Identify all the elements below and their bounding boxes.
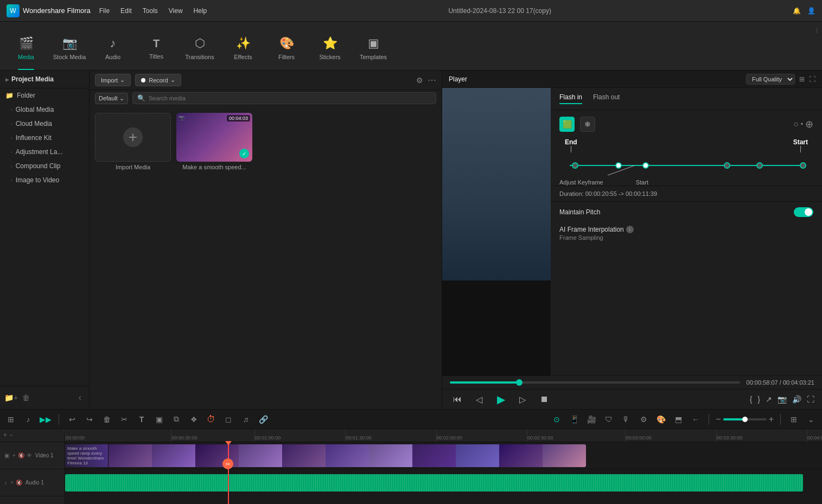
sidebar-item-global-media[interactable]: › Global Media (0, 103, 89, 117)
collapse-panel-icon[interactable]: ‹ (75, 391, 85, 405)
tab-flash-in[interactable]: Flash in (559, 93, 582, 104)
progress-track[interactable] (450, 381, 740, 384)
mute-video-icon[interactable]: 🔇 (18, 452, 24, 458)
skip-back-button[interactable]: ⏮ (450, 392, 465, 407)
copy-tool[interactable]: ⧉ (170, 413, 183, 426)
search-input-wrap[interactable]: 🔍 (132, 92, 436, 104)
ai-color-icon[interactable]: 🎨 (654, 413, 667, 426)
cut-button[interactable]: ✂ (118, 413, 131, 426)
timeline-ruler[interactable]: 00:00:00 00:00:30:00 00:01:00:00 00:01:3… (65, 429, 822, 442)
audio-clip[interactable] (65, 474, 803, 492)
add-track-icon[interactable]: + (3, 431, 7, 439)
export-icon[interactable]: ↗ (766, 395, 772, 404)
frame-fwd-button[interactable]: ▷ (515, 392, 530, 407)
menu-help[interactable]: Help (194, 7, 207, 15)
sidebar-item-adjustment-layer[interactable]: › Adjustment La... (0, 145, 89, 159)
remove-track-icon[interactable]: − (9, 431, 13, 439)
toolbar-transitions[interactable]: ⬡ Transitions (178, 27, 221, 70)
audio-icon[interactable]: 🔊 (792, 395, 801, 404)
speed-mode-btn-1[interactable]: 🟩 (559, 117, 575, 132)
folder-item[interactable]: 📁 Folder (0, 88, 89, 103)
zoom-out-button[interactable]: − (716, 414, 721, 424)
speed-ramp-tool[interactable]: ⏱ (205, 413, 218, 426)
zoom-track[interactable] (723, 418, 767, 420)
mark-out-icon[interactable]: } (757, 395, 760, 404)
expand-icon[interactable]: ⛶ (809, 75, 815, 83)
maintain-pitch-toggle[interactable] (794, 207, 813, 217)
crop-tool[interactable]: ▣ (152, 413, 165, 426)
record-button[interactable]: Record ⌄ (135, 74, 181, 86)
arrow-left-icon[interactable]: ← (689, 413, 702, 426)
toolbar-effects[interactable]: ✨ Effects (221, 27, 265, 70)
equalizer-icon[interactable]: ⚙ (637, 413, 650, 426)
webcam-icon[interactable]: 🎥 (585, 413, 598, 426)
grid-view-icon[interactable]: ⊞ (787, 413, 800, 426)
layout-icon[interactable]: ⊞ (799, 75, 805, 83)
menu-file[interactable]: File (99, 7, 110, 15)
speed-mode-btn-2[interactable]: ❄ (580, 117, 595, 132)
add-folder-icon[interactable]: 📁+ (4, 393, 18, 402)
toolbar-audio[interactable]: ♪ Audio (91, 27, 135, 70)
delete-folder-icon[interactable]: 🗑 (22, 393, 30, 402)
notification-icon[interactable]: 🔔 (793, 7, 801, 15)
toolbar-media[interactable]: 🎬 Media (4, 27, 48, 70)
toolbar-templates[interactable]: ▣ Templates (352, 27, 395, 70)
default-dropdown[interactable]: Default ⌄ (95, 93, 128, 104)
shield-icon[interactable]: 🛡 (602, 413, 615, 426)
menu-view[interactable]: View (169, 7, 183, 15)
mic-icon[interactable]: 🎙 (620, 413, 633, 426)
sidebar-item-image-to-video[interactable]: › Image to Video (0, 173, 89, 187)
menu-edit[interactable]: Edit (120, 7, 132, 15)
expand-timeline-icon[interactable]: ⌄ (805, 413, 818, 426)
search-input[interactable] (149, 95, 431, 101)
snapshot-icon[interactable]: 📷 (778, 395, 787, 404)
plus-end-icon[interactable]: ⊕ (805, 118, 813, 130)
redo-button[interactable]: ↪ (83, 413, 96, 426)
stop-button[interactable]: ⏹ (537, 392, 552, 407)
zoom-in-button[interactable]: + (769, 414, 774, 424)
undo-button[interactable]: ↩ (66, 413, 79, 426)
mark-in-icon[interactable]: { (750, 395, 753, 404)
add-audio-icon[interactable]: + (10, 480, 14, 486)
import-media-card[interactable]: + Import Media (95, 113, 171, 170)
caption-icon[interactable]: ⬒ (672, 413, 685, 426)
toolbar-stickers[interactable]: ⭐ Stickers (308, 27, 352, 70)
quality-select[interactable]: Full Quality (746, 74, 795, 85)
video-media-card[interactable]: 📷 00:04:03 ✓ Make a smooth speed... (176, 113, 252, 170)
sidebar-item-compound-clip[interactable]: › Compound Clip (0, 159, 89, 173)
text-tool[interactable]: T (135, 413, 148, 426)
screen-record-icon[interactable]: 📱 (568, 413, 581, 426)
pip-icon[interactable]: ⛶ (807, 395, 814, 404)
add-video-icon[interactable]: + (12, 452, 16, 458)
tab-flash-out[interactable]: Flash out (593, 93, 620, 104)
group-tool[interactable]: ❖ (187, 413, 200, 426)
zoom-thumb[interactable] (742, 417, 748, 422)
account-icon[interactable]: 👤 (807, 7, 815, 15)
frame-back-button[interactable]: ◁ (471, 392, 487, 407)
audio-sync-tool[interactable]: ♬ (239, 413, 252, 426)
sidebar-item-cloud-media[interactable]: › Cloud Media (0, 117, 89, 131)
tl-scenes-icon[interactable]: ⊞ (4, 413, 17, 426)
more-options-icon[interactable]: ⋯ (428, 75, 436, 85)
tl-speed-icon[interactable]: ▶▶ (39, 413, 52, 426)
eye-icon[interactable]: 👁 (27, 452, 32, 458)
video-clip[interactable]: Make a smooth speed ramp every time! Won… (65, 444, 586, 467)
filter-icon[interactable]: ⚙ (416, 76, 423, 85)
import-button[interactable]: Import ⌄ (95, 74, 131, 86)
add-media-icon[interactable]: + (123, 127, 143, 147)
toolbar-stock-media[interactable]: 📷 Stock Media (48, 27, 91, 70)
mute-audio-icon[interactable]: 🔇 (16, 480, 22, 486)
minus-icon[interactable]: ○ (793, 119, 799, 129)
clip-tool[interactable]: ◻ (222, 413, 235, 426)
link-tool[interactable]: 🔗 (257, 413, 270, 426)
progress-thumb[interactable] (516, 379, 522, 386)
tl-audio-icon[interactable]: ♪ (22, 413, 35, 426)
keyframe-dot-1[interactable] (616, 163, 621, 168)
toolbar-filters[interactable]: 🎨 Filters (265, 27, 308, 70)
tab-player[interactable]: Player (449, 75, 467, 83)
toolbar-titles[interactable]: T Titles (135, 27, 178, 70)
play-button[interactable]: ▶ (493, 392, 508, 407)
keyframe-dot-2[interactable] (643, 163, 648, 168)
menu-tools[interactable]: Tools (143, 7, 158, 15)
camera-record-icon[interactable]: ⊙ (550, 413, 563, 426)
